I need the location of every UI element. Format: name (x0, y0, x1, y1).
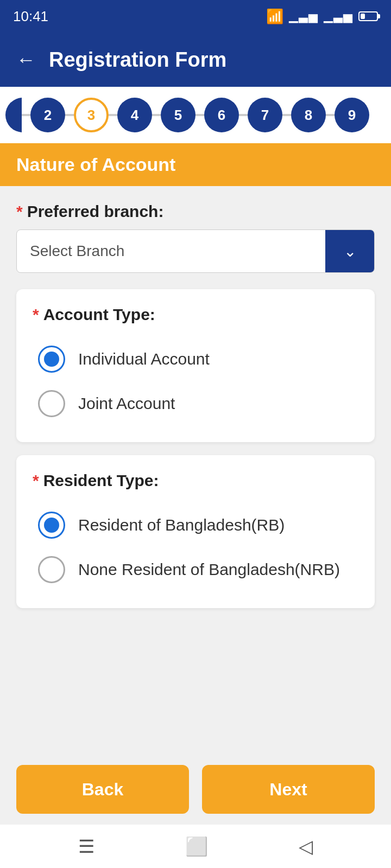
system-nav: ☰ ⬜ ◁ (0, 825, 391, 868)
branch-select-container[interactable]: Select Branch ⌄ (16, 229, 375, 273)
step-connector-3 (152, 114, 161, 116)
account-type-label: * Account Type: (33, 305, 358, 324)
resident-rb-label: Resident of Bangladesh(RB) (78, 516, 285, 534)
required-star-branch: * (16, 202, 23, 221)
resident-type-label: * Resident Type: (33, 471, 358, 490)
branch-dropdown-button[interactable]: ⌄ (325, 230, 374, 272)
resident-rb-option[interactable]: Resident of Bangladesh(RB) (33, 503, 358, 547)
preferred-branch-label: * Preferred branch: (16, 202, 375, 221)
app-header: ← Registration Form (0, 33, 391, 87)
step-connector-7 (326, 114, 335, 116)
step-connector-6 (282, 114, 291, 116)
back-nav-icon[interactable]: ◁ (299, 835, 313, 857)
step-5[interactable]: 5 (161, 98, 195, 132)
step-4[interactable]: 4 (117, 98, 152, 132)
step-8[interactable]: 8 (291, 98, 326, 132)
status-bar: 10:41 📶 ▁▃▅ ▁▃▅ (0, 0, 391, 33)
required-star-resident: * (33, 471, 39, 490)
status-time: 10:41 (13, 8, 48, 25)
joint-account-option[interactable]: Joint Account (33, 381, 358, 426)
individual-account-radio[interactable] (38, 346, 65, 373)
status-icons: 📶 ▁▃▅ ▁▃▅ (266, 8, 378, 25)
joint-account-radio[interactable] (38, 390, 65, 417)
individual-account-radio-inner (44, 352, 59, 367)
joint-account-label: Joint Account (78, 394, 175, 413)
resident-nrb-option[interactable]: None Resident of Bangladesh(NRB) (33, 547, 358, 592)
account-type-card: * Account Type: Individual Account Joint… (16, 289, 375, 442)
next-button[interactable]: Next (202, 765, 375, 814)
signal-icon: ▁▃▅ (289, 9, 318, 23)
individual-account-option[interactable]: Individual Account (33, 337, 358, 381)
section-header: Nature of Account (0, 143, 391, 186)
resident-type-card: * Resident Type: Resident of Bangladesh(… (16, 455, 375, 608)
bottom-spacer (0, 637, 391, 746)
step-2[interactable]: 2 (30, 98, 65, 132)
back-button[interactable]: Back (16, 765, 189, 814)
step-connector-0 (22, 114, 30, 116)
required-star-account: * (33, 305, 39, 324)
menu-icon[interactable]: ☰ (78, 835, 94, 857)
resident-rb-radio[interactable] (38, 512, 65, 539)
resident-rb-radio-inner (44, 518, 59, 533)
battery-icon (358, 11, 378, 21)
individual-account-label: Individual Account (78, 350, 210, 368)
chevron-down-icon: ⌄ (344, 242, 356, 260)
resident-nrb-label: None Resident of Bangladesh(NRB) (78, 560, 340, 579)
step-7[interactable]: 7 (248, 98, 282, 132)
step-connector-2 (109, 114, 117, 116)
branch-select-text: Select Branch (17, 230, 325, 272)
step-partial-left (5, 98, 22, 132)
step-indicator: 2 3 4 5 6 7 8 9 (0, 87, 391, 143)
back-button[interactable]: ← (16, 48, 36, 71)
step-3[interactable]: 3 (74, 98, 109, 132)
wifi-icon: 📶 (266, 8, 283, 25)
page-title: Registration Form (49, 48, 226, 72)
step-connector-5 (239, 114, 248, 116)
step-6[interactable]: 6 (204, 98, 239, 132)
resident-nrb-radio[interactable] (38, 556, 65, 583)
bottom-buttons: Back Next (0, 754, 391, 825)
step-connector-1 (65, 114, 74, 116)
step-connector-4 (195, 114, 204, 116)
bottom-nav: Back Next ☰ ⬜ ◁ (0, 754, 391, 868)
home-icon[interactable]: ⬜ (185, 835, 208, 857)
step-9[interactable]: 9 (335, 98, 369, 132)
signal-icon-2: ▁▃▅ (324, 9, 353, 23)
content-area: * Preferred branch: Select Branch ⌄ * Ac… (0, 186, 391, 637)
